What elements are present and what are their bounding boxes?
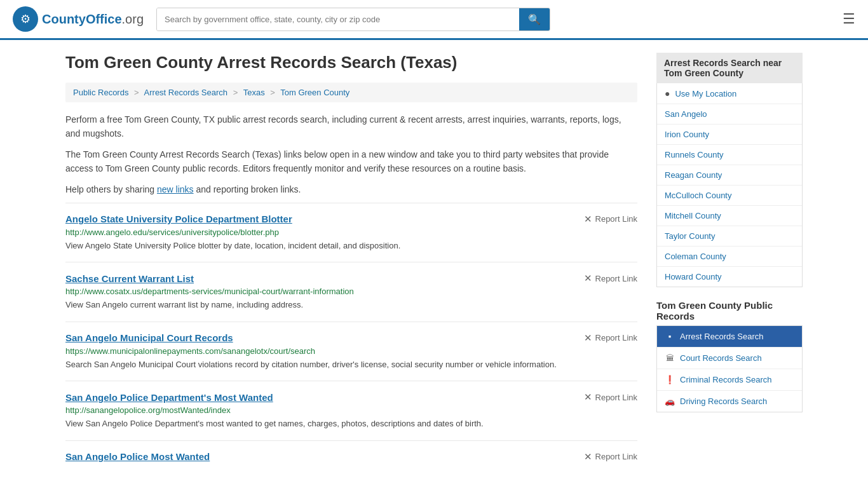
- record-url-1: http://www.cosatx.us/departments-service…: [65, 287, 637, 296]
- record-item-2: San Angelo Municipal Court Records ✕ Rep…: [65, 322, 637, 381]
- record-item-4: San Angelo Police Most Wanted ✕ Report L…: [65, 440, 637, 475]
- record-header-1: Sachse Current Warrant List ✕ Report Lin…: [65, 273, 637, 284]
- nearby-reagan-county[interactable]: Reagan County: [657, 165, 802, 186]
- hamburger-menu[interactable]: ☰: [843, 11, 855, 27]
- description-1: Perform a free Tom Green County, TX publ…: [65, 112, 637, 141]
- public-records-title: Tom Green County Public Records: [656, 300, 803, 322]
- record-header-3: San Angelo Police Department's Most Want…: [65, 391, 637, 403]
- report-label-1: Report Link: [595, 274, 637, 283]
- content-area: Tom Green County Arrest Records Search (…: [65, 53, 637, 475]
- pr-driving-records[interactable]: 🚗 Driving Records Search: [657, 391, 802, 412]
- record-title-1[interactable]: Sachse Current Warrant List: [65, 273, 194, 284]
- logo-link[interactable]: ⚙ CountyOffice.org: [13, 6, 144, 32]
- report-link-0[interactable]: ✕ Report Link: [584, 214, 637, 225]
- driving-icon: 🚗: [665, 396, 675, 406]
- record-url-3: http://sanangelopolice.org/mostWanted/in…: [65, 405, 637, 415]
- breadcrumb-arrest-records[interactable]: Arrest Records Search: [144, 88, 228, 97]
- description-3: Help others by sharing new links and rep…: [65, 182, 637, 196]
- report-label-2: Report Link: [595, 333, 637, 342]
- pr-arrest-records[interactable]: ▪ Arrest Records Search: [657, 326, 802, 348]
- record-item-3: San Angelo Police Department's Most Want…: [65, 381, 637, 440]
- site-header: ⚙ CountyOffice.org 🔍 ☰: [0, 0, 868, 40]
- nearby-san-angelo[interactable]: San Angelo: [657, 104, 802, 125]
- nearby-list: ● Use My Location San Angelo Irion Count…: [656, 83, 803, 287]
- report-icon-4: ✕: [584, 451, 592, 463]
- report-icon-1: ✕: [584, 273, 592, 284]
- breadcrumb: Public Records > Arrest Records Search >…: [65, 83, 637, 102]
- nearby-runnels-county[interactable]: Runnels County: [657, 145, 802, 165]
- page-title: Tom Green County Arrest Records Search (…: [65, 53, 637, 72]
- breadcrumb-public-records[interactable]: Public Records: [73, 88, 128, 97]
- nearby-title: Arrest Records Search near Tom Green Cou…: [656, 53, 803, 83]
- report-link-3[interactable]: ✕ Report Link: [584, 391, 637, 403]
- search-bar: 🔍: [156, 8, 550, 31]
- nearby-mcculloch-county[interactable]: McCulloch County: [657, 186, 802, 206]
- record-header-2: San Angelo Municipal Court Records ✕ Rep…: [65, 332, 637, 344]
- search-input[interactable]: [157, 8, 519, 30]
- record-url-2: https://www.municipalonlinepayments.com/…: [65, 346, 637, 356]
- report-link-4[interactable]: ✕ Report Link: [584, 451, 637, 463]
- record-desc-2: Search San Angelo Municipal Court violat…: [65, 358, 637, 371]
- search-button[interactable]: 🔍: [519, 8, 550, 30]
- nearby-coleman-county[interactable]: Coleman County: [657, 247, 802, 267]
- report-link-2[interactable]: ✕ Report Link: [584, 332, 637, 344]
- record-item-1: Sachse Current Warrant List ✕ Report Lin…: [65, 262, 637, 322]
- record-url-0: http://www.angelo.edu/services/universit…: [65, 227, 637, 237]
- record-item-0: Angelo State University Police Departmen…: [65, 203, 637, 262]
- report-icon-3: ✕: [584, 391, 592, 403]
- record-desc-0: View Angelo State University Police blot…: [65, 240, 637, 252]
- new-links-link[interactable]: new links: [157, 184, 194, 194]
- record-desc-3: View San Angelo Police Department's most…: [65, 417, 637, 430]
- main-container: Tom Green County Arrest Records Search (…: [53, 40, 815, 488]
- court-icon: 🏛: [665, 353, 675, 363]
- logo-icon: ⚙: [13, 6, 38, 32]
- report-label-0: Report Link: [595, 214, 637, 224]
- description-2: The Tom Green County Arrest Records Sear…: [65, 147, 637, 176]
- pr-court-records[interactable]: 🏛 Court Records Search: [657, 348, 802, 369]
- nearby-use-location[interactable]: ● Use My Location: [657, 83, 802, 104]
- record-header-4: San Angelo Police Most Wanted ✕ Report L…: [65, 451, 637, 463]
- nearby-mitchell-county[interactable]: Mitchell County: [657, 206, 802, 226]
- public-records-section: Tom Green County Public Records ▪ Arrest…: [656, 300, 803, 412]
- sidebar: Arrest Records Search near Tom Green Cou…: [656, 53, 803, 475]
- record-header-0: Angelo State University Police Departmen…: [65, 214, 637, 225]
- record-title-3[interactable]: San Angelo Police Department's Most Want…: [65, 392, 273, 403]
- location-icon: ●: [665, 88, 670, 98]
- record-title-2[interactable]: San Angelo Municipal Court Records: [65, 332, 233, 343]
- report-label-4: Report Link: [595, 452, 637, 461]
- report-icon-0: ✕: [584, 214, 592, 225]
- public-records-list: ▪ Arrest Records Search 🏛 Court Records …: [656, 325, 803, 412]
- pr-criminal-records[interactable]: ❗ Criminal Records Search: [657, 369, 802, 391]
- breadcrumb-tom-green[interactable]: Tom Green County: [280, 88, 349, 97]
- arrest-icon: ▪: [665, 332, 675, 341]
- breadcrumb-texas[interactable]: Texas: [243, 88, 265, 97]
- record-title-4[interactable]: San Angelo Police Most Wanted: [65, 451, 210, 462]
- report-link-1[interactable]: ✕ Report Link: [584, 273, 637, 284]
- nearby-irion-county[interactable]: Irion County: [657, 125, 802, 145]
- criminal-icon: ❗: [665, 375, 675, 384]
- logo-text: CountyOffice.org: [42, 12, 144, 27]
- record-title-0[interactable]: Angelo State University Police Departmen…: [65, 214, 292, 224]
- records-list: Angelo State University Police Departmen…: [65, 203, 637, 475]
- report-label-3: Report Link: [595, 393, 637, 402]
- report-icon-2: ✕: [584, 332, 592, 344]
- nearby-howard-county[interactable]: Howard County: [657, 267, 802, 287]
- record-desc-1: View San Angelo current warrant list by …: [65, 299, 637, 311]
- nearby-section: Arrest Records Search near Tom Green Cou…: [656, 53, 803, 287]
- nearby-taylor-county[interactable]: Taylor County: [657, 226, 802, 247]
